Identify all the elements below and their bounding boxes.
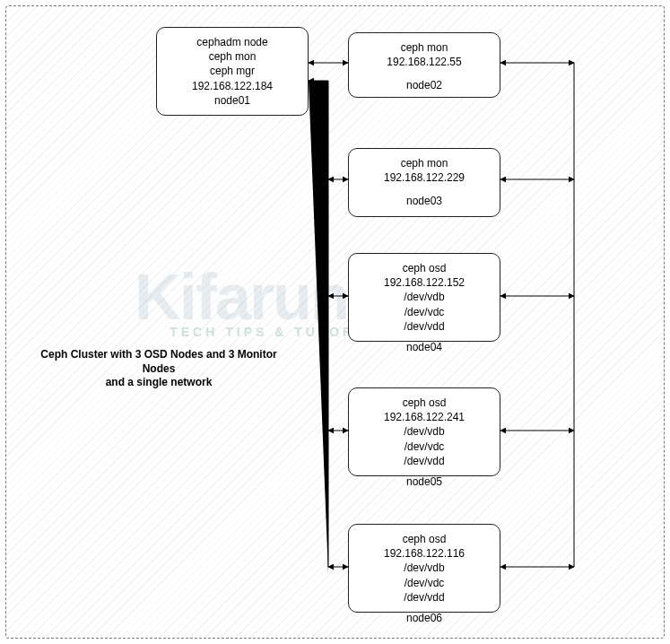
node05-line1: ceph osd — [358, 396, 491, 410]
node05-line5: /dev/vdd — [358, 454, 491, 468]
node02-line2: 192.168.122.55 — [358, 55, 491, 69]
node05-line2: 192.168.122.241 — [358, 410, 491, 424]
node04-line5: /dev/vdd — [358, 319, 491, 334]
node02-tag: node02 — [358, 78, 491, 92]
node04-tag: node04 — [348, 341, 500, 353]
diagram-caption: Ceph Cluster with 3 OSD Nodes and 3 Moni… — [29, 348, 289, 390]
node-box-node03: ceph mon 192.168.122.229 node03 — [348, 148, 500, 217]
node03-line2: 192.168.122.229 — [358, 170, 491, 185]
caption-line2: and a single network — [106, 376, 213, 388]
node01-line3: ceph mgr — [166, 64, 299, 78]
node05-line4: /dev/vdc — [358, 439, 491, 454]
node01-line1: cephadm node — [166, 35, 299, 49]
node03-tag: node03 — [358, 194, 491, 208]
node05-line3: /dev/vdb — [358, 424, 491, 439]
node06-line5: /dev/vdd — [358, 590, 491, 605]
spacer — [358, 185, 491, 194]
diagram-canvas: Kifarunix TECH TIPS & TUTORIALS — [0, 0, 670, 644]
node06-tag: node06 — [348, 612, 500, 624]
node04-line3: /dev/vdb — [358, 290, 491, 304]
node01-line2: ceph mon — [166, 49, 299, 64]
node01-tag: node01 — [166, 93, 299, 108]
node04-line4: /dev/vdc — [358, 305, 491, 319]
node05-tag: node05 — [348, 475, 500, 488]
node03-line1: ceph mon — [358, 156, 491, 170]
node-box-node04: ceph osd 192.168.122.152 /dev/vdb /dev/v… — [348, 253, 500, 342]
node06-line4: /dev/vdc — [358, 576, 491, 590]
spacer — [358, 69, 491, 78]
background-hatch — [5, 5, 665, 639]
node01-line4: 192.168.122.184 — [166, 79, 299, 93]
node-box-node05: ceph osd 192.168.122.241 /dev/vdb /dev/v… — [348, 387, 500, 476]
caption-line1: Ceph Cluster with 3 OSD Nodes and 3 Moni… — [40, 348, 276, 375]
node06-line1: ceph osd — [358, 532, 491, 546]
node06-line2: 192.168.122.116 — [358, 546, 491, 561]
node02-line1: ceph mon — [358, 40, 491, 55]
node-box-node02: ceph mon 192.168.122.55 node02 — [348, 32, 500, 98]
node-box-node01: cephadm node ceph mon ceph mgr 192.168.1… — [156, 27, 309, 116]
node-box-node06: ceph osd 192.168.122.116 /dev/vdb /dev/v… — [348, 524, 500, 613]
node04-line1: ceph osd — [358, 261, 491, 275]
node06-line3: /dev/vdb — [358, 561, 491, 575]
node04-line2: 192.168.122.152 — [358, 275, 491, 290]
